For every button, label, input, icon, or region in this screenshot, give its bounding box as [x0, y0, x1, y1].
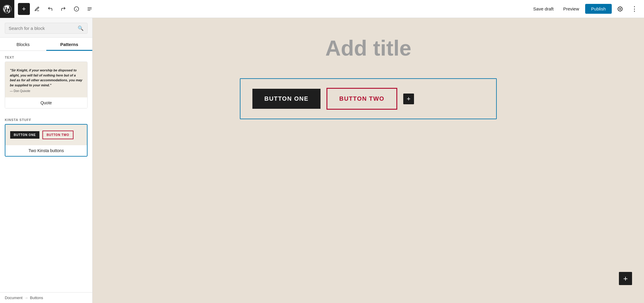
kinsta-buttons-pattern-card[interactable]: BUTTON ONE BUTTON TWO Two Kinsta buttons — [5, 124, 88, 157]
section-label-kinsta: KINSTA STUFF — [0, 113, 92, 124]
search-area: 🔍 — [0, 18, 92, 38]
edit-button[interactable] — [31, 3, 43, 15]
quote-cite: — Don Quixote — [10, 89, 82, 93]
page-title-placeholder[interactable]: Add title — [99, 36, 638, 60]
ellipsis-icon: ⋮ — [631, 5, 638, 13]
save-draft-button[interactable]: Save draft — [530, 4, 557, 14]
quote-label: Quote — [5, 97, 87, 108]
tab-patterns[interactable]: Patterns — [46, 38, 93, 51]
wordpress-icon — [3, 5, 11, 13]
add-floating-block-button[interactable]: + — [619, 272, 632, 285]
plus-icon: + — [22, 5, 26, 13]
add-block-button[interactable]: + — [18, 3, 30, 15]
quote-preview-area: "Sir Knight, if your worship be disposed… — [5, 62, 87, 97]
preview-button[interactable]: Preview — [559, 4, 582, 14]
breadcrumb-separator: → — [24, 296, 28, 300]
plus-floating-icon: + — [623, 274, 628, 283]
settings-button[interactable] — [614, 3, 626, 15]
quote-text: "Sir Knight, if your worship be disposed… — [10, 68, 82, 88]
add-inline-block-button[interactable]: + — [403, 94, 414, 104]
section-label-text: TEXT — [0, 51, 92, 62]
quote-pattern-card[interactable]: "Sir Knight, if your worship be disposed… — [5, 62, 88, 108]
main-area: 🔍 Blocks Patterns TEXT "Sir Knight, if y… — [0, 18, 644, 303]
undo-button[interactable] — [44, 3, 56, 15]
svg-point-6 — [620, 8, 621, 10]
list-view-button[interactable] — [84, 3, 96, 15]
more-options-button[interactable]: ⋮ — [628, 3, 640, 15]
preview-button-one: BUTTON ONE — [10, 131, 39, 139]
buttons-block: BUTTON ONE BUTTON TWO + — [240, 78, 497, 119]
redo-icon — [61, 6, 66, 12]
search-input[interactable] — [9, 26, 78, 31]
search-icon: 🔍 — [78, 25, 84, 31]
button-two[interactable]: BUTTON TWO — [326, 88, 397, 110]
publish-button[interactable]: Publish — [585, 4, 612, 14]
gear-icon — [617, 6, 623, 12]
wp-logo — [0, 0, 14, 18]
toolbar-right: Save draft Preview Publish ⋮ — [530, 3, 640, 15]
tab-blocks[interactable]: Blocks — [0, 38, 46, 51]
kinsta-buttons-label: Two Kinsta buttons — [5, 145, 87, 156]
search-wrap: 🔍 — [5, 23, 88, 34]
redo-button[interactable] — [57, 3, 69, 15]
breadcrumb: Document → Buttons — [0, 292, 92, 303]
tabs-row: Blocks Patterns — [0, 38, 92, 51]
info-icon — [74, 6, 79, 12]
toolbar: + Save draft Preview Publish — [0, 0, 644, 18]
sidebar: 🔍 Blocks Patterns TEXT "Sir Knight, if y… — [0, 18, 93, 303]
breadcrumb-item-document[interactable]: Document — [5, 296, 22, 300]
kinsta-preview-area: BUTTON ONE BUTTON TWO — [5, 125, 87, 145]
undo-icon — [47, 6, 53, 12]
breadcrumb-item-buttons[interactable]: Buttons — [30, 296, 43, 300]
button-one[interactable]: BUTTON ONE — [252, 89, 321, 109]
edit-icon — [34, 6, 40, 12]
list-icon — [87, 6, 92, 12]
info-button[interactable] — [70, 3, 82, 15]
plus-inline-icon: + — [407, 95, 411, 103]
preview-button-two: BUTTON TWO — [42, 131, 73, 139]
content-area: Add title BUTTON ONE BUTTON TWO + + — [93, 18, 644, 303]
